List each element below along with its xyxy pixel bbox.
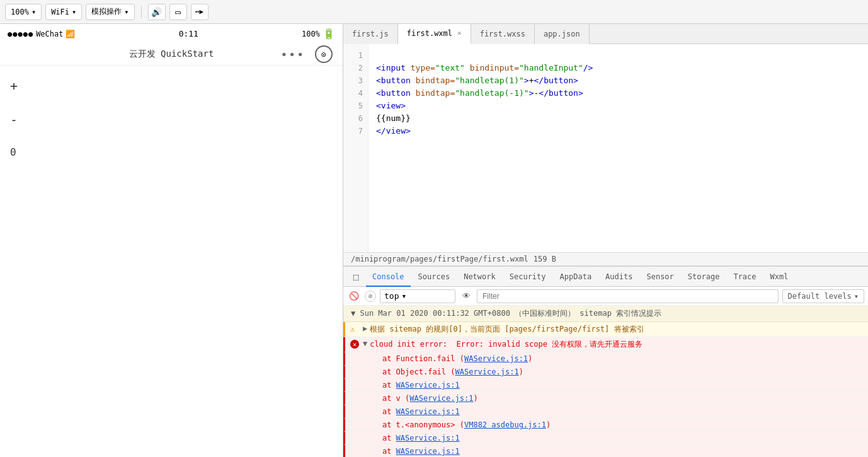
count-display: 0 <box>10 146 333 158</box>
tab-first-wxml-label: first.wxml <box>407 29 452 38</box>
sitemap-header: ▼ Sun Mar 01 2020 00:11:32 GMT+0800 （中国标… <box>343 306 868 322</box>
top-toolbar: 100% ▾ WiFi ▾ 模拟操作 ▾ 🔊 ▭ ↔▶ <box>0 0 868 24</box>
console-stop-btn[interactable]: ⊘ <box>365 291 376 302</box>
devtools-tab-network[interactable]: Network <box>457 267 502 287</box>
console-levels-select[interactable]: Default levels ▾ <box>782 289 864 303</box>
devtools-tab-trace[interactable]: Trace <box>727 267 762 287</box>
devtools-tab-appdata[interactable]: AppData <box>554 267 598 287</box>
editor-tabs: first.js first.wxml ✕ first.wxss app.jso… <box>343 24 868 44</box>
file-size: 159 B <box>534 255 556 263</box>
stack-line-7: at WAService.js:1 <box>343 432 868 445</box>
waservice-link-5[interactable]: WAService.js:1 <box>396 407 460 416</box>
line-numbers: 1 2 3 4 5 6 7 <box>343 44 368 252</box>
devtools-tab-storage[interactable]: Storage <box>682 267 726 287</box>
devtools-tab-sensor[interactable]: Sensor <box>640 267 680 287</box>
close-first-wxml[interactable]: ✕ <box>457 29 462 37</box>
audio-btn[interactable]: 🔊 <box>148 4 166 20</box>
rotate-btn[interactable]: ↔▶ <box>191 4 208 20</box>
screen-btn[interactable]: ▭ <box>169 4 187 20</box>
mode-selector[interactable]: 模拟操作 ▾ <box>86 4 134 20</box>
line-num-7: 7 <box>348 125 363 137</box>
warning-icon-1: ⚠ <box>350 325 359 333</box>
console-context-select[interactable]: top ▾ <box>380 289 455 303</box>
battery-area: 100% 🔋 <box>302 28 335 40</box>
phone-title-bar: 云开发 QuickStart ••• ⊙ <box>0 43 343 66</box>
wifi-selector[interactable]: WiFi ▾ <box>45 4 82 20</box>
line-num-2: 2 <box>348 62 363 74</box>
console-clear-btn[interactable]: 🚫 <box>347 289 361 303</box>
sitemap-header-text: ▼ Sun Mar 01 2020 00:11:32 GMT+0800 （中国标… <box>351 309 661 318</box>
error-icon: ✕ <box>350 340 359 349</box>
devtools-tab-console[interactable]: Console <box>366 267 411 287</box>
carrier-label: WeChat <box>36 30 63 38</box>
minus-button[interactable]: - <box>10 112 333 127</box>
battery-icon: 🔋 <box>323 28 335 40</box>
code-line-4: <button bindtap="handletap(-1)">-</butto… <box>376 87 860 100</box>
signal-dots: ●●●●● <box>8 30 33 38</box>
stack-line-5: at WAService.js:1 <box>343 405 868 419</box>
time-label: 0:11 <box>179 29 198 38</box>
devtools-tab-security[interactable]: Security <box>503 267 552 287</box>
error-toggle[interactable]: ▼ <box>363 339 367 348</box>
stack-line-4: at v (WAService.js:1) <box>343 392 868 405</box>
waservice-link-8[interactable]: WAService.js:1 <box>396 447 460 456</box>
stack-line-3: at WAService.js:1 <box>343 379 868 392</box>
waservice-link-1[interactable]: WAService.js:1 <box>464 354 528 363</box>
code-line-1 <box>376 49 860 62</box>
console-filter-input[interactable] <box>477 289 779 303</box>
code-line-6: {{num}} <box>376 112 860 125</box>
devtools-tab-sources[interactable]: Sources <box>412 267 457 287</box>
waservice-link-4[interactable]: WAService.js:1 <box>409 394 473 403</box>
devtools-inspect-btn[interactable]: ⬚ <box>347 269 365 285</box>
stack-line-8: at WAService.js:1 <box>343 445 868 457</box>
console-output: ▼ Sun Mar 01 2020 00:11:32 GMT+0800 （中国标… <box>343 306 868 457</box>
code-line-7: </view> <box>376 125 860 137</box>
phone-content: + - 0 <box>0 66 343 457</box>
vm882-link[interactable]: VM882 asdebug.js:1 <box>464 420 546 429</box>
phone-panel: ●●●●● WeChat 📶 0:11 100% 🔋 云开发 QuickStar… <box>0 24 343 457</box>
levels-label: Default levels <box>788 292 852 301</box>
warning-toggle-1[interactable]: ▶ <box>363 324 367 333</box>
sitemap-warning-row[interactable]: ⚠ ▶ 根据 sitemap 的规则[0]，当前页面 [pages/firstP… <box>343 322 868 337</box>
tab-first-wxss[interactable]: first.wxss <box>471 24 535 44</box>
code-content[interactable]: <input type="text" bindinput="handleInpu… <box>368 44 868 252</box>
devtools-panel: ⬚ Console Sources Network Security AppDa… <box>343 266 868 457</box>
file-info-bar: /miniprogram/pages/firstPage/first.wxml … <box>343 252 868 266</box>
wifi-chevron: ▾ <box>72 8 76 16</box>
waservice-link-3[interactable]: WAService.js:1 <box>396 381 460 390</box>
line-num-6: 6 <box>348 112 363 125</box>
waservice-link-2[interactable]: WAService.js:1 <box>455 367 519 376</box>
phone-record-btn[interactable]: ⊙ <box>315 45 333 63</box>
cloud-error-row-main[interactable]: ✕ ▼ cloud init error: Error: invalid sco… <box>343 337 868 352</box>
line-num-4: 4 <box>348 87 363 100</box>
line-num-5: 5 <box>348 100 363 112</box>
tab-first-wxml[interactable]: first.wxml ✕ <box>398 24 471 44</box>
record-icon: ⊙ <box>321 50 326 59</box>
wifi-icon: 📶 <box>66 30 75 38</box>
devtools-tab-wxml[interactable]: Wxml <box>764 267 795 287</box>
line-num-1: 1 <box>348 49 363 62</box>
main-layout: ●●●●● WeChat 📶 0:11 100% 🔋 云开发 QuickStar… <box>0 24 868 457</box>
stack-line-2: at Object.fail (WAService.js:1) <box>343 366 868 379</box>
zoom-selector[interactable]: 100% ▾ <box>5 4 42 20</box>
devtools-tabs: ⬚ Console Sources Network Security AppDa… <box>343 267 868 287</box>
zoom-chevron: ▾ <box>31 8 36 16</box>
context-chevron: ▾ <box>401 291 406 301</box>
stack-line-1: at Function.fail (WAService.js:1) <box>343 352 868 366</box>
code-line-5: <view> <box>376 100 860 112</box>
battery-pct: 100% <box>302 30 320 38</box>
code-line-3: <button bindtap="handletap(1)">+</button… <box>376 74 860 87</box>
plus-button[interactable]: + <box>10 78 333 93</box>
console-eye-btn[interactable]: 👁 <box>459 289 473 303</box>
waservice-link-7[interactable]: WAService.js:1 <box>396 434 460 443</box>
zoom-label: 100% <box>11 8 29 16</box>
phone-menu-dots[interactable]: ••• <box>280 48 305 61</box>
levels-chevron: ▾ <box>854 292 859 301</box>
code-editor: 1 2 3 4 5 6 7 <input type="text" bindinp… <box>343 44 868 252</box>
code-line-2: <input type="text" bindinput="handleInpu… <box>376 62 860 74</box>
line-num-3: 3 <box>348 74 363 87</box>
tab-app-json[interactable]: app.json <box>535 24 590 44</box>
mode-chevron: ▾ <box>124 8 128 16</box>
tab-first-js[interactable]: first.js <box>343 24 398 44</box>
devtools-tab-audits[interactable]: Audits <box>599 267 639 287</box>
